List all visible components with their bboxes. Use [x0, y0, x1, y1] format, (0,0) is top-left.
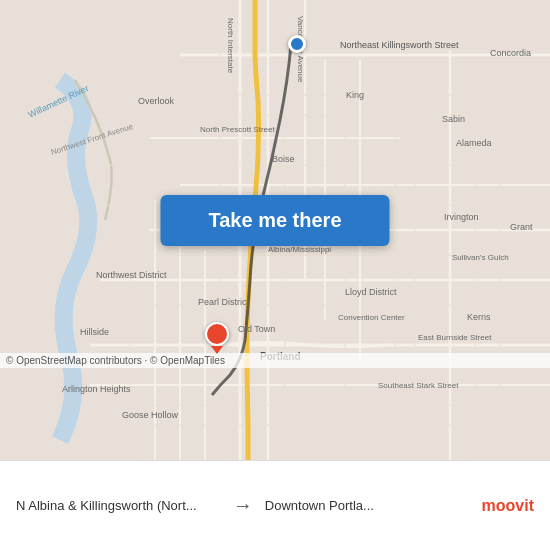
svg-text:Southeast Stark Street: Southeast Stark Street: [378, 381, 459, 390]
bottom-bar: N Albina & Killingsworth (Nort... → Down…: [0, 460, 550, 550]
map-container: Northeast Killingsworth Street Overlook …: [0, 0, 550, 460]
svg-text:Lloyd District: Lloyd District: [345, 287, 397, 297]
svg-text:East Burnside Street: East Burnside Street: [418, 333, 492, 342]
take-me-there-button[interactable]: Take me there: [160, 195, 389, 246]
svg-text:North Interstate: North Interstate: [226, 18, 235, 74]
svg-text:Boise: Boise: [272, 154, 295, 164]
svg-text:Grant: Grant: [510, 222, 533, 232]
route-from: N Albina & Killingsworth (Nort...: [16, 498, 221, 513]
svg-text:Northwest District: Northwest District: [96, 270, 167, 280]
svg-text:Sullivan's Gulch: Sullivan's Gulch: [452, 253, 509, 262]
svg-text:Goose Hollow: Goose Hollow: [122, 410, 179, 420]
svg-text:Sabin: Sabin: [442, 114, 465, 124]
svg-text:Convention Center: Convention Center: [338, 313, 405, 322]
svg-text:Albina/Mississippi: Albina/Mississippi: [268, 245, 331, 254]
svg-text:Pearl District: Pearl District: [198, 297, 250, 307]
moovit-logo: moovit: [482, 497, 534, 515]
moovit-brand-text: moovit: [482, 497, 534, 515]
svg-text:King: King: [346, 90, 364, 100]
destination-pin: [205, 322, 229, 352]
origin-dot: [288, 35, 306, 53]
svg-text:Northeast Killingsworth Street: Northeast Killingsworth Street: [340, 40, 459, 50]
svg-text:Overlook: Overlook: [138, 96, 175, 106]
route-to: Downtown Portla...: [265, 498, 470, 513]
svg-text:Irvington: Irvington: [444, 212, 479, 222]
svg-text:Hillside: Hillside: [80, 327, 109, 337]
svg-text:Kerns: Kerns: [467, 312, 491, 322]
svg-text:Alameda: Alameda: [456, 138, 492, 148]
route-arrow-icon: →: [233, 494, 253, 517]
svg-text:North Prescott Street: North Prescott Street: [200, 125, 275, 134]
svg-text:Old Town: Old Town: [238, 324, 275, 334]
copyright-bar: © OpenStreetMap contributors · © OpenMap…: [0, 353, 550, 368]
svg-text:Arlington Heights: Arlington Heights: [62, 384, 131, 394]
svg-text:Concordia: Concordia: [490, 48, 531, 58]
